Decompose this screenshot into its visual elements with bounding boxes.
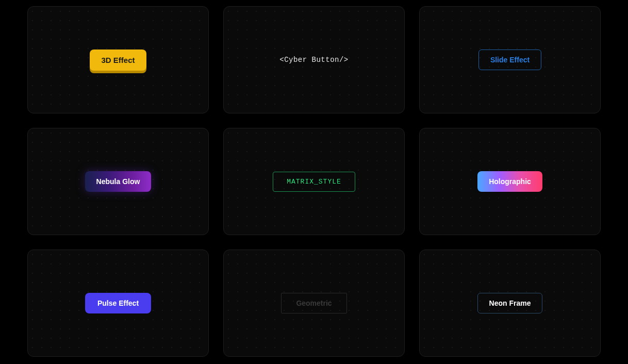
button-nebula-glow[interactable]: Nebula Glow <box>85 171 152 192</box>
button-slide-effect[interactable]: Slide Effect <box>478 49 541 70</box>
button-holographic[interactable]: Holographic <box>477 171 542 192</box>
button-3d-effect[interactable]: 3D Effect <box>90 49 146 71</box>
button-pulse-effect[interactable]: Pulse Effect <box>85 293 151 313</box>
button-geometric[interactable]: Geometric <box>281 293 346 313</box>
card-pulse-effect: Pulse Effect <box>27 250 209 357</box>
card-neon-frame: Neon Frame <box>419 250 601 357</box>
card-holographic: Holographic <box>419 128 601 235</box>
card-3d-effect: 3D Effect <box>27 6 209 113</box>
card-cyber-button: <Cyber Button/> <box>223 6 405 113</box>
button-cyber[interactable]: <Cyber Button/> <box>279 56 349 64</box>
card-nebula-glow: Nebula Glow <box>27 128 209 235</box>
card-slide-effect: Slide Effect <box>419 6 601 113</box>
button-showcase-grid: 3D Effect <Cyber Button/> Slide Effect N… <box>31 6 597 357</box>
button-matrix-style[interactable]: MATRIX_STYLE <box>273 172 355 192</box>
card-geometric: Geometric <box>223 250 405 357</box>
button-neon-frame[interactable]: Neon Frame <box>477 293 543 313</box>
card-matrix-style: MATRIX_STYLE <box>223 128 405 235</box>
